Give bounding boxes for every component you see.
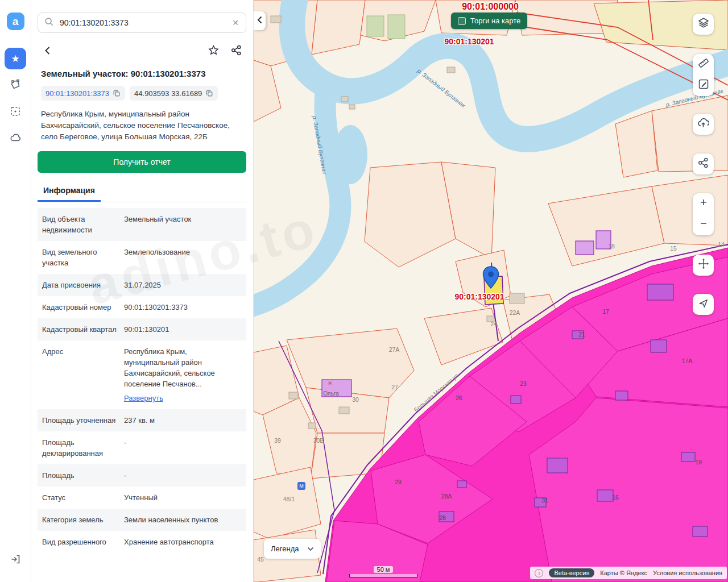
copy-coordinates-button[interactable] [205, 89, 213, 97]
row-value-text: Республика Крым, муниципальный район Бах… [124, 347, 215, 388]
row-value: - [117, 470, 242, 481]
search-icon [44, 16, 54, 29]
table-row: Кадастровый номер 90:01:130201:3373 [38, 296, 246, 318]
cloud-icon [10, 132, 22, 146]
row-value: 90:01:130201 [117, 324, 242, 335]
legend-button[interactable]: Легенда [264, 539, 321, 559]
logout-icon [10, 554, 21, 567]
pan-arrows-icon [698, 258, 709, 272]
app-logo[interactable]: a [7, 13, 24, 30]
row-value: - [117, 437, 242, 459]
nav-favorites-button[interactable]: ★ [5, 48, 26, 69]
map-copyright[interactable]: Карты © Яндекс [600, 569, 647, 576]
back-button[interactable] [41, 44, 55, 57]
terms-link[interactable]: Условия использования [653, 569, 722, 576]
plus-icon [698, 197, 709, 210]
nav-polygon-tool-button[interactable] [5, 74, 26, 96]
table-row: Площадь уточненная 237 кв. м [38, 409, 246, 431]
torgi-label: Торги на карте [470, 16, 520, 25]
torgi-on-map-button[interactable]: Торги на карте [451, 13, 527, 29]
row-value: Республика Крым, муниципальный район Бах… [117, 346, 242, 404]
row-value: Учтенный [117, 492, 242, 503]
table-row: Вид объекта недвижимости Земельный участ… [38, 208, 246, 241]
copy-cadastral-button[interactable] [113, 89, 121, 97]
info-icon[interactable]: i [535, 569, 543, 577]
zoom-in-button[interactable] [693, 193, 714, 214]
app-root: adino.to a ★ [0, 0, 728, 582]
zoom-out-button[interactable] [693, 214, 714, 235]
logout-button[interactable] [5, 549, 26, 571]
ruler-button[interactable] [693, 54, 714, 75]
row-value: Земли населенных пунктов [117, 514, 242, 525]
row-label: Категория земель [42, 514, 117, 525]
layers-button[interactable] [693, 14, 714, 35]
table-row: Вид земельного участка Землепользование [38, 241, 246, 274]
table-row: Площадь декларированная - [38, 431, 246, 464]
get-report-button[interactable]: Получить отчет [38, 151, 246, 173]
coordinates-value: 44.903593 33.61689 [134, 89, 202, 98]
row-value: Хранение автотранспорта [117, 537, 242, 547]
info-panel: ✕ Земельный участок: 90:01:130201:3373 [31, 0, 254, 582]
table-row: Площадь - [38, 464, 246, 487]
attributes-table: Вид объекта недвижимости Земельный участ… [38, 208, 246, 553]
search-bar: ✕ [38, 13, 246, 33]
search-input[interactable] [59, 18, 226, 28]
pan-button[interactable] [693, 255, 714, 276]
torgi-checkbox[interactable] [458, 17, 466, 25]
nav-cloud-button[interactable] [5, 128, 26, 149]
object-actions [41, 43, 243, 57]
row-label: Вид объекта недвижимости [42, 214, 117, 235]
map-scale: 50 м [349, 566, 417, 577]
row-label: Вид разрешенного [42, 537, 117, 547]
edit-icon [698, 78, 709, 93]
left-icon-sidebar: a ★ [0, 0, 31, 582]
polygon-tool-icon [10, 79, 21, 92]
legend-label: Легенда [271, 544, 299, 553]
row-label: Адрес [42, 346, 117, 404]
row-value: 31.07.2025 [117, 280, 242, 290]
tab-information[interactable]: Информация [38, 181, 101, 202]
collapse-panel-button[interactable] [254, 11, 266, 30]
locate-arrow-icon [698, 298, 709, 311]
nav-select-area-button[interactable] [5, 101, 26, 123]
row-label: Площадь декларированная [42, 437, 117, 459]
expand-link[interactable]: Развернуть [124, 393, 163, 404]
table-row: Адрес Республика Крым, муниципальный рай… [38, 340, 246, 409]
share-button[interactable] [230, 44, 243, 57]
page-title: Земельный участок: 90:01:130201:3373 [41, 69, 243, 78]
favorite-button[interactable] [206, 43, 221, 57]
row-value: Землепользование [117, 247, 242, 268]
table-row: Категория земель Земли населенных пункто… [38, 509, 246, 531]
map-area[interactable]: 90:01:00000090:01:13020190:01:130201р. З… [254, 0, 728, 582]
row-value: Земельный участок [117, 214, 242, 235]
dashed-square-icon [10, 106, 21, 119]
map-share-button[interactable] [693, 153, 714, 174]
map-canvas[interactable] [254, 0, 728, 582]
row-label: Дата присвоения [42, 280, 117, 290]
upload-button[interactable] [693, 114, 714, 135]
scale-label: 50 м [374, 566, 394, 573]
row-label: Кадастровый номер [42, 302, 117, 313]
tabs-bar: Информация [38, 181, 246, 202]
locate-button[interactable] [693, 294, 714, 315]
minus-icon [698, 218, 709, 231]
chips-row: 90:01:130201:3373 44.903593 33.61689 [41, 86, 243, 101]
table-row: Статус Учтенный [38, 487, 246, 509]
clear-search-button[interactable]: ✕ [231, 18, 240, 27]
layers-icon [698, 17, 709, 31]
row-label: Статус [42, 492, 117, 503]
row-label: Площадь [42, 470, 117, 481]
star-icon: ★ [11, 53, 19, 65]
measure-edit-group [693, 54, 714, 96]
scale-line [349, 574, 417, 577]
row-value: 237 кв. м [117, 415, 242, 426]
cadastral-number-link[interactable]: 90:01:130201:3373 [46, 89, 109, 98]
chevron-down-icon [307, 544, 314, 553]
object-address: Республика Крым, муниципальный район Бах… [41, 109, 243, 143]
edit-button[interactable] [693, 75, 714, 96]
zoom-group [693, 193, 714, 235]
table-row: Дата присвоения 31.07.2025 [38, 274, 246, 296]
chevron-left-icon [257, 16, 262, 26]
row-label: Вид земельного участка [42, 247, 117, 268]
table-row: Вид разрешенного Хранение автотранспорта [38, 531, 246, 553]
